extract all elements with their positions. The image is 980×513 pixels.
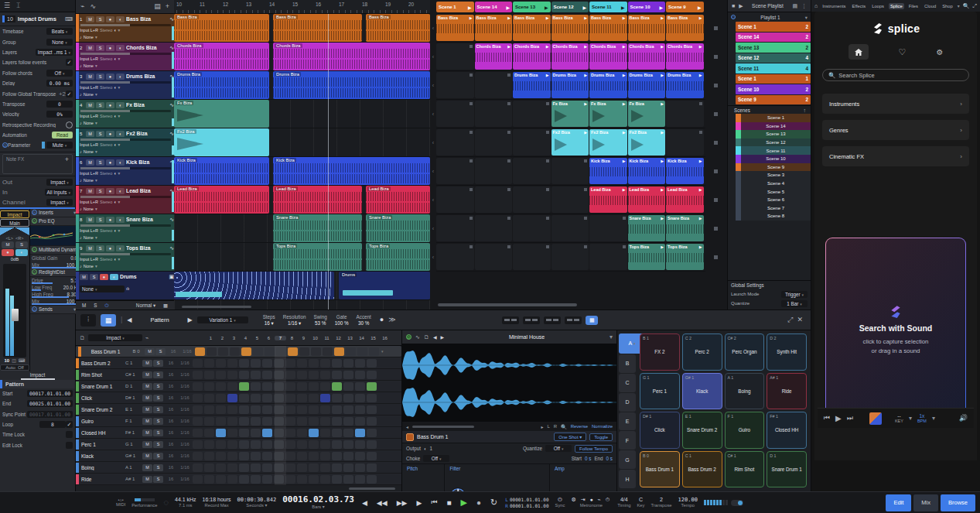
global-transpose[interactable]: 2 Transpose bbox=[650, 497, 671, 508]
drum-solo-button[interactable]: S bbox=[153, 476, 163, 483]
clip-play-icon[interactable]: ▶ bbox=[661, 15, 664, 20]
inserts-power-icon[interactable]: ⏻ bbox=[32, 210, 37, 215]
slot-stop-icon[interactable] bbox=[507, 245, 510, 248]
step-cell[interactable] bbox=[319, 381, 331, 392]
scene-play-icon[interactable]: ▶ bbox=[698, 5, 702, 10]
drum-pad[interactable]: C# 2Perc Organ bbox=[725, 333, 765, 371]
redlightdist-device-label[interactable]: RedlightDist bbox=[39, 269, 65, 275]
return-to-start-icon[interactable]: ⏮ bbox=[429, 498, 439, 507]
scene-list-item[interactable]: Scene 7 bbox=[736, 204, 811, 213]
channel-left-button[interactable]: L bbox=[547, 424, 549, 429]
step-cell[interactable] bbox=[192, 405, 203, 415]
arranger-clip[interactable]: Lead Biza bbox=[366, 186, 430, 214]
session-clip[interactable]: Bass Biza▶ bbox=[628, 15, 666, 41]
step-cell[interactable] bbox=[250, 393, 261, 403]
clip-slot[interactable] bbox=[551, 244, 589, 270]
step-cell[interactable] bbox=[227, 381, 238, 392]
preset-file-icon[interactable]: 🗋 bbox=[424, 334, 429, 340]
one-shot-select[interactable]: One Shot ▾ bbox=[554, 433, 586, 441]
step-cell[interactable] bbox=[229, 347, 241, 357]
clip-play-icon[interactable]: ▶ bbox=[584, 130, 587, 135]
drum-pad[interactable]: E 1Snare Drum 2 bbox=[682, 412, 722, 449]
automation-curve-icon[interactable]: ∿ bbox=[90, 3, 96, 10]
clip-slot[interactable] bbox=[513, 215, 551, 241]
step-cell[interactable] bbox=[238, 393, 250, 403]
step-cell[interactable] bbox=[227, 393, 238, 403]
track-record-arm-button[interactable]: ● bbox=[106, 131, 114, 137]
step-cell[interactable] bbox=[366, 370, 377, 380]
track-input-row[interactable]: Input L+RStereo◐▾ bbox=[80, 84, 174, 91]
step-cell[interactable] bbox=[354, 393, 366, 403]
pad-bank-g[interactable]: G bbox=[619, 450, 636, 469]
pattern-param-swing[interactable]: Swing53 % bbox=[310, 314, 331, 326]
step-cell[interactable] bbox=[354, 381, 366, 392]
step-cell[interactable] bbox=[368, 347, 380, 357]
footer-mute-label[interactable]: M bbox=[82, 303, 86, 308]
arranger-clip[interactable]: Snare Biza bbox=[273, 214, 362, 242]
instrument-select[interactable]: None bbox=[80, 286, 125, 292]
multiband-device-label[interactable]: Multiband Dynamic bbox=[39, 247, 80, 252]
clip-play-icon[interactable]: ▶ bbox=[623, 44, 626, 49]
clip-slot[interactable] bbox=[589, 215, 627, 241]
start-value[interactable]: 0 s bbox=[585, 456, 591, 461]
step-cell[interactable] bbox=[308, 358, 319, 368]
step-cell[interactable] bbox=[308, 463, 319, 473]
drum-tool-icon[interactable]: ⌁ bbox=[145, 335, 149, 340]
browse-view-button[interactable]: Browse bbox=[941, 494, 975, 511]
session-clip[interactable]: Fx Biza▶ bbox=[589, 101, 627, 127]
slot-stop-icon[interactable] bbox=[507, 102, 510, 105]
drum-solo-button[interactable]: S bbox=[153, 383, 163, 390]
step-cell[interactable] bbox=[357, 347, 368, 357]
device-parameter[interactable]: Global Gain0.00 bbox=[30, 255, 82, 262]
step-cell[interactable] bbox=[285, 358, 296, 368]
step-cell[interactable] bbox=[366, 405, 377, 415]
master-track-header[interactable]: MS●◐Drums▣Noneılı bbox=[76, 272, 174, 300]
timeline-ruler[interactable]: 1011121314151617181920 bbox=[174, 0, 430, 14]
step-cell[interactable] bbox=[261, 463, 273, 473]
track-mute-button[interactable]: M bbox=[86, 16, 94, 22]
session-clip[interactable]: Bass Biza▶ bbox=[513, 15, 551, 41]
session-clip[interactable]: Bass Biza▶ bbox=[666, 15, 704, 41]
clip-play-icon[interactable]: ▶ bbox=[661, 216, 664, 221]
scene-list-item[interactable]: Scene 12 bbox=[736, 139, 811, 147]
step-cell[interactable] bbox=[227, 451, 238, 461]
track-monitor-button[interactable]: ◐ bbox=[116, 217, 125, 223]
edit-view-button[interactable]: Edit bbox=[886, 494, 911, 511]
arranger-lane[interactable]: Chords BizaChords Biza bbox=[174, 43, 430, 71]
step-cell[interactable] bbox=[273, 358, 285, 368]
step-cell[interactable] bbox=[238, 405, 250, 415]
search-with-sound-card[interactable]: Search with Sound click to capture selec… bbox=[825, 238, 966, 423]
step-cell[interactable] bbox=[331, 428, 343, 438]
step-cell[interactable] bbox=[215, 463, 227, 473]
step-cell[interactable] bbox=[203, 370, 215, 380]
step-cell[interactable] bbox=[215, 381, 227, 392]
step-cell[interactable] bbox=[192, 463, 203, 473]
drum-row[interactable]: Closed HHF# 1MS161/16 bbox=[76, 427, 401, 439]
step-cell[interactable] bbox=[273, 451, 285, 461]
pattern-param-accent[interactable]: Accent30 % bbox=[353, 314, 375, 326]
time-signature[interactable]: 4/4 Timing bbox=[617, 497, 630, 508]
clip-play-icon[interactable]: ▶ bbox=[623, 101, 626, 106]
meter-toggle[interactable] bbox=[731, 500, 743, 506]
step-cell[interactable] bbox=[273, 463, 285, 473]
step-cell[interactable] bbox=[343, 381, 354, 392]
step-cell[interactable] bbox=[331, 358, 343, 368]
step-cell[interactable] bbox=[215, 451, 227, 461]
step-cell[interactable] bbox=[366, 358, 377, 368]
track-input-row[interactable]: Input L+RStereo◐▾ bbox=[80, 256, 174, 263]
stop-button[interactable]: ■ bbox=[446, 498, 453, 507]
drum-editor-button[interactable]: ▦ bbox=[101, 314, 116, 327]
step-cell[interactable] bbox=[238, 428, 250, 438]
scene-launch-header[interactable]: Scene 9▶ bbox=[666, 2, 704, 12]
drum-pad[interactable]: B 1FX 2 bbox=[640, 333, 680, 371]
scene-list-item[interactable]: Scene 9 bbox=[736, 163, 811, 172]
step-cell[interactable] bbox=[331, 405, 343, 415]
step-cell[interactable] bbox=[215, 358, 227, 368]
step-cell[interactable] bbox=[273, 381, 285, 392]
waveform-mode-icon[interactable]: ∿ bbox=[415, 334, 420, 340]
slot-stop-icon[interactable] bbox=[546, 245, 549, 248]
key-selector[interactable]: -- KEY bbox=[895, 413, 903, 423]
step-cell[interactable] bbox=[296, 428, 308, 438]
arranger-clip[interactable]: Tops Biza bbox=[273, 243, 362, 271]
session-clip[interactable]: Drums Biza▶ bbox=[513, 72, 551, 98]
